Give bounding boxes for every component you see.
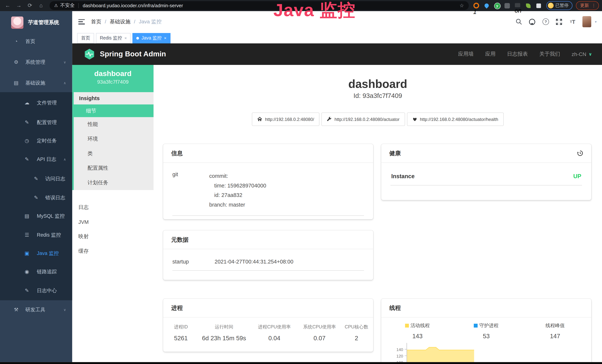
menu-item-environment[interactable]: 环境 bbox=[74, 132, 154, 146]
menu-item-config-props[interactable]: 配置属性 bbox=[74, 161, 154, 176]
extension-on-badge-icon[interactable]: on bbox=[515, 2, 521, 9]
search-icon[interactable] bbox=[516, 18, 522, 25]
menu-item-logs[interactable]: 日志 bbox=[72, 200, 153, 215]
text-size-icon[interactable]: TT bbox=[569, 18, 576, 25]
instance-links: http://192.168.0.2:48080/ http://192.168… bbox=[153, 113, 602, 126]
menu-item-details-active[interactable]: 细节 bbox=[72, 104, 153, 117]
yellow-legend-icon bbox=[405, 324, 409, 328]
info-card-title: 信息 bbox=[163, 144, 373, 163]
sba-nav-journal[interactable]: 日志报表 bbox=[507, 51, 528, 57]
sidebar-item-infrastructure[interactable]: ▤ 基础设施 ∧ bbox=[0, 74, 72, 93]
health-url-link[interactable]: http://192.168.0.2:48080/actuator/health bbox=[407, 113, 504, 126]
tag-view-bar: 首页 Redis 监控 × Java 监控 × bbox=[72, 32, 602, 43]
sidebar-item-redis-monitor[interactable]: ☰ Redis 监控 bbox=[0, 225, 72, 245]
app-logo-row[interactable]: 芋道管理系统 bbox=[0, 14, 72, 31]
startup-value: 2021-04-27T00:44:31.254+08:00 bbox=[215, 258, 293, 265]
actuator-url-link[interactable]: http://192.168.0.2:48080/actuator bbox=[322, 113, 405, 126]
close-icon[interactable]: × bbox=[164, 33, 166, 43]
sidebar-item-log-center[interactable]: ✎ 日志中心 bbox=[0, 281, 72, 300]
page-title: dashboard bbox=[153, 77, 602, 90]
area-series bbox=[407, 346, 474, 362]
annotation-java-monitor: Java 监控 bbox=[273, 0, 355, 22]
menu-item-classes[interactable]: 类 bbox=[74, 146, 154, 161]
sidebar-item-scheduled-jobs[interactable]: ◷ 定时任务 bbox=[0, 131, 72, 150]
hamburger-icon[interactable] bbox=[78, 19, 85, 24]
breadcrumb-home[interactable]: 首页 bbox=[91, 18, 101, 25]
extension-leaf-icon[interactable] bbox=[525, 2, 531, 9]
daemon-threads-value: 53 bbox=[451, 333, 521, 340]
page-url[interactable]: dashboard.yudao.iocoder.cn/infra/admin-s… bbox=[83, 3, 183, 8]
sba-nav-about[interactable]: 关于我们 bbox=[539, 51, 560, 57]
sidebar-item-api-logs[interactable]: ✎ API 日志 ∧ bbox=[0, 150, 72, 169]
sidebar-item-java-monitor[interactable]: ▣ Java 监控 bbox=[0, 244, 72, 263]
browser-menu-icon[interactable]: ⋮ bbox=[592, 3, 596, 8]
profile-paused-badge[interactable]: 已暂停 bbox=[546, 1, 572, 10]
breadcrumb-current: Java 监控 bbox=[139, 18, 162, 25]
close-icon[interactable]: × bbox=[124, 33, 127, 43]
instance-header[interactable]: dashboard 93a3fc7f7409 bbox=[72, 65, 153, 92]
extension-green-y-icon[interactable]: y bbox=[494, 2, 500, 9]
update-label: 更新 bbox=[580, 3, 589, 8]
reload-icon[interactable]: ⟳ bbox=[27, 0, 33, 11]
extension-grid-icon[interactable] bbox=[504, 2, 510, 9]
sidebar-item-dev-tools[interactable]: ⚒ 研发工具 ∨ bbox=[0, 300, 72, 320]
address-bar[interactable]: ⚠ 不安全 dashboard.yudao.iocoder.cn/infra/a… bbox=[50, 1, 469, 10]
legend-peak-threads: 线程峰值 bbox=[521, 322, 589, 329]
chevron-down-icon: ∨ bbox=[589, 52, 592, 57]
forward-icon[interactable]: → bbox=[16, 0, 22, 11]
screenshot-stage: ← → ⟳ ⌂ ⚠ 不安全 dashboard.yudao.iocoder.cn… bbox=[0, 0, 602, 364]
extension-pin-icon[interactable] bbox=[484, 2, 490, 9]
home-icon[interactable]: ⌂ bbox=[38, 0, 44, 11]
sidebar-item-access-logs[interactable]: ✎ 访问日志 bbox=[0, 169, 72, 189]
history-icon[interactable] bbox=[577, 150, 583, 156]
sidebar-item-file-mgmt[interactable]: ☁ 文件管理 bbox=[0, 93, 72, 113]
extension-orange-icon[interactable]: 1 bbox=[473, 2, 479, 9]
menu-item-metrics[interactable]: 性能 bbox=[74, 117, 154, 132]
breadcrumb-infra[interactable]: 基础设施 bbox=[110, 18, 130, 25]
bookmark-star-icon[interactable]: ☆ bbox=[459, 3, 464, 8]
sidebar-item-tracing[interactable]: ◉ 链路追踪 bbox=[0, 262, 72, 281]
github-icon[interactable] bbox=[529, 18, 536, 25]
chrome-update-button[interactable]: 更新 ⋮ bbox=[576, 1, 599, 10]
service-url-link[interactable]: http://192.168.0.2:48080/ bbox=[252, 113, 320, 126]
sidebar-item-system-mgmt[interactable]: ⚙ 系统管理 ∨ bbox=[0, 53, 72, 72]
tab-redis-monitor[interactable]: Redis 监控 × bbox=[96, 33, 131, 43]
security-label[interactable]: 不安全 bbox=[60, 2, 75, 9]
breadcrumb: 首页 / 基础设施 / Java 监控 bbox=[91, 18, 162, 25]
menu-item-jvm[interactable]: JVM bbox=[72, 215, 153, 229]
threads-legend: 活动线程 守护进程 线程峰值 143 53 147 bbox=[381, 318, 591, 340]
sidebar-item-mysql-monitor[interactable]: ▤ MySQL 监控 bbox=[0, 207, 72, 226]
user-avatar[interactable] bbox=[582, 16, 591, 27]
sba-nav-applications[interactable]: 应用 bbox=[485, 51, 495, 57]
tab-home[interactable]: 首页 bbox=[77, 33, 94, 43]
sidebar-item-error-logs[interactable]: ✎ 错误日志 bbox=[0, 188, 72, 207]
instance-label: Instance bbox=[391, 173, 415, 179]
divider bbox=[172, 270, 364, 271]
sba-nav-wallboard[interactable]: 应用墙 bbox=[458, 51, 474, 57]
back-icon[interactable]: ← bbox=[5, 0, 11, 11]
threads-card: 线程 活动线程 守护进程 线程峰值 143 53 147 140 120 100 bbox=[381, 299, 591, 362]
sba-nav-links: 应用墙 应用 日志报表 关于我们 zh-CN ∨ bbox=[458, 51, 602, 57]
tab-java-monitor[interactable]: Java 监控 × bbox=[133, 33, 170, 43]
sba-navbar: Spring Boot Admin 应用墙 应用 日志报表 关于我们 zh-CN… bbox=[72, 43, 602, 65]
cloud-upload-icon: ☁ bbox=[24, 93, 30, 113]
java-monitor-icon: ▣ bbox=[24, 244, 30, 263]
menu-item-scheduled-tasks[interactable]: 计划任务 bbox=[74, 175, 154, 190]
menu-item-mappings[interactable]: 映射 bbox=[72, 229, 153, 244]
cpu-cores: 2 bbox=[342, 335, 371, 342]
sba-brand[interactable]: Spring Boot Admin bbox=[84, 48, 166, 60]
tools-icon: ⚒ bbox=[13, 300, 19, 320]
sidebar-item-home[interactable]: ◔ 首页 bbox=[0, 32, 72, 51]
sba-brand-text: Spring Boot Admin bbox=[100, 50, 166, 58]
process-cpu: 0.04 bbox=[252, 335, 297, 342]
extension-puzzle-icon[interactable] bbox=[536, 2, 542, 9]
locale-selector[interactable]: zh-CN ∨ bbox=[572, 51, 592, 57]
insights-section-label: Insights bbox=[74, 92, 154, 104]
fullscreen-icon[interactable] bbox=[556, 18, 562, 25]
caret-down-icon[interactable]: ▾ bbox=[595, 20, 597, 24]
menu-item-caches[interactable]: 缓存 bbox=[72, 244, 153, 258]
sidebar-item-config-mgmt[interactable]: ✎ 配置管理 bbox=[0, 113, 72, 132]
status-badge: UP bbox=[573, 173, 581, 179]
help-icon[interactable]: ? bbox=[542, 18, 549, 25]
sba-logo-icon bbox=[84, 48, 95, 60]
